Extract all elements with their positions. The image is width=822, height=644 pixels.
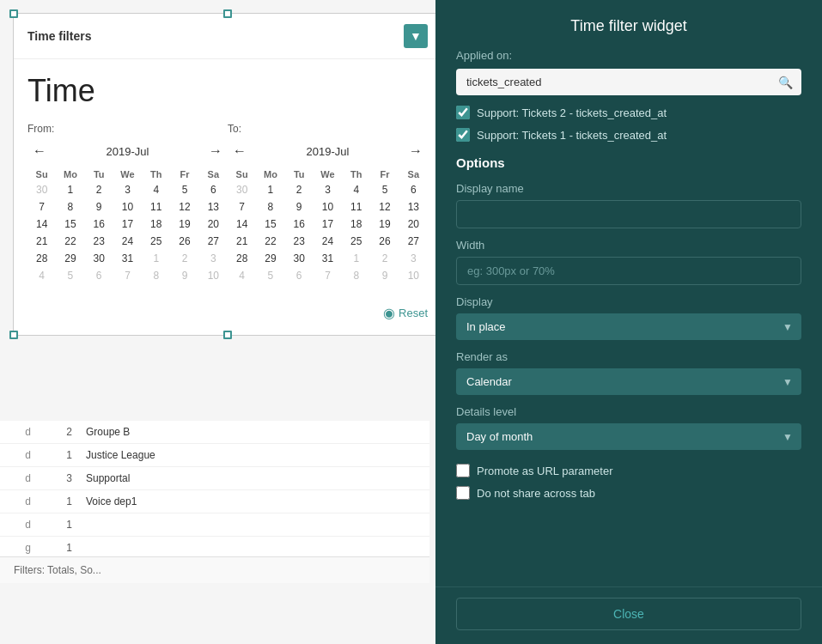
cal-day[interactable]: 24 — [314, 233, 342, 250]
cal-day[interactable]: 8 — [256, 198, 284, 216]
cal-day[interactable]: 9 — [370, 267, 399, 284]
cal-day[interactable]: 7 — [314, 267, 342, 284]
cal-day[interactable]: 5 — [370, 181, 399, 198]
cal-day[interactable]: 30 — [285, 250, 314, 267]
cal-right-prev[interactable]: ← — [228, 142, 252, 161]
cal-day[interactable]: 27 — [399, 233, 428, 250]
cal-day[interactable]: 22 — [256, 233, 284, 250]
cal-day[interactable]: 31 — [113, 250, 142, 267]
cal-day[interactable]: 9 — [285, 198, 314, 216]
resize-handle-bm[interactable] — [223, 331, 232, 339]
search-input[interactable] — [456, 69, 801, 95]
cal-day[interactable]: 7 — [228, 198, 256, 216]
cal-day[interactable]: 15 — [56, 216, 84, 233]
cal-day[interactable]: 13 — [199, 198, 228, 216]
cal-day[interactable]: 18 — [342, 216, 370, 233]
cal-day[interactable]: 19 — [370, 216, 399, 233]
cal-day[interactable]: 25 — [142, 233, 170, 250]
width-input[interactable] — [456, 257, 801, 285]
cal-day[interactable]: 3 — [113, 181, 142, 198]
cal-day[interactable]: 28 — [27, 250, 56, 267]
render-as-select[interactable]: Calendar List Date range — [456, 368, 801, 395]
display-name-input[interactable] — [456, 200, 801, 228]
cal-day[interactable]: 10 — [113, 198, 142, 216]
cal-day[interactable]: 8 — [342, 267, 370, 284]
display-select[interactable]: In place Popup Modal — [456, 313, 801, 340]
cal-day[interactable]: 30 — [27, 181, 56, 198]
cal-day[interactable]: 4 — [27, 267, 56, 284]
cal-day[interactable]: 20 — [399, 216, 428, 233]
cal-day[interactable]: 12 — [370, 198, 399, 216]
cal-day[interactable]: 10 — [399, 267, 428, 284]
cal-day[interactable]: 6 — [285, 267, 314, 284]
cal-day[interactable]: 4 — [228, 267, 256, 284]
cal-day[interactable]: 25 — [342, 233, 370, 250]
cal-day[interactable]: 30 — [228, 181, 256, 198]
cal-day[interactable]: 8 — [142, 267, 170, 284]
reset-button[interactable]: ◉ Reset — [383, 305, 428, 321]
cal-day[interactable]: 17 — [314, 216, 342, 233]
checkbox-tickets2[interactable] — [456, 106, 470, 119]
cal-day[interactable]: 4 — [142, 181, 170, 198]
cal-left-prev[interactable]: ← — [27, 142, 52, 161]
details-level-select[interactable]: Day of month Month Year — [456, 423, 801, 450]
resize-handle-tm[interactable] — [223, 9, 232, 18]
cal-day[interactable]: 2 — [170, 250, 198, 267]
cal-day[interactable]: 3 — [399, 250, 428, 267]
cal-day[interactable]: 23 — [285, 233, 314, 250]
cal-day[interactable]: 10 — [314, 198, 342, 216]
cal-day[interactable]: 24 — [113, 233, 142, 250]
cal-day[interactable]: 9 — [170, 267, 198, 284]
cal-right-next[interactable]: → — [404, 142, 428, 161]
promote-url-checkbox[interactable] — [456, 464, 470, 477]
cal-day[interactable]: 21 — [27, 233, 56, 250]
cal-day[interactable]: 22 — [56, 233, 84, 250]
cal-day[interactable]: 2 — [85, 181, 113, 198]
cal-day[interactable]: 17 — [113, 216, 142, 233]
cal-day[interactable]: 13 — [399, 198, 428, 216]
cal-day[interactable]: 1 — [256, 181, 284, 198]
cal-day[interactable]: 29 — [56, 250, 84, 267]
cal-day[interactable]: 14 — [27, 216, 56, 233]
cal-day[interactable]: 6 — [199, 181, 228, 198]
cal-day[interactable]: 9 — [85, 198, 113, 216]
cal-day[interactable]: 3 — [199, 250, 228, 267]
cal-day[interactable]: 8 — [56, 198, 84, 216]
cal-day[interactable]: 6 — [85, 267, 113, 284]
resize-handle-bl[interactable] — [9, 331, 18, 339]
cal-day[interactable]: 5 — [256, 267, 284, 284]
cal-day[interactable]: 28 — [228, 250, 256, 267]
cal-day[interactable]: 3 — [314, 181, 342, 198]
close-button[interactable]: Close — [456, 598, 801, 630]
cal-day[interactable]: 5 — [170, 181, 198, 198]
cal-day[interactable]: 21 — [228, 233, 256, 250]
no-share-checkbox[interactable] — [456, 486, 470, 500]
cal-day[interactable]: 26 — [370, 233, 399, 250]
cal-day[interactable]: 29 — [256, 250, 284, 267]
cal-day[interactable]: 16 — [285, 216, 314, 233]
cal-day[interactable]: 6 — [399, 181, 428, 198]
cal-day[interactable]: 15 — [256, 216, 284, 233]
cal-day[interactable]: 2 — [285, 181, 314, 198]
panel-collapse-button[interactable]: ▼ — [404, 24, 428, 48]
cal-day[interactable]: 2 — [370, 250, 399, 267]
cal-day[interactable]: 1 — [142, 250, 170, 267]
cal-day[interactable]: 31 — [314, 250, 342, 267]
cal-day[interactable]: 23 — [85, 233, 113, 250]
cal-day[interactable]: 18 — [142, 216, 170, 233]
cal-day[interactable]: 20 — [199, 216, 228, 233]
cal-left-next[interactable]: → — [204, 142, 228, 161]
cal-day[interactable]: 11 — [142, 198, 170, 216]
checkbox-tickets1[interactable] — [456, 128, 470, 142]
cal-day[interactable]: 4 — [342, 181, 370, 198]
cal-day[interactable]: 1 — [342, 250, 370, 267]
cal-day[interactable]: 7 — [27, 198, 56, 216]
cal-day[interactable]: 7 — [113, 267, 142, 284]
resize-handle-tl[interactable] — [9, 9, 18, 18]
cal-day[interactable]: 19 — [170, 216, 198, 233]
cal-day[interactable]: 1 — [56, 181, 84, 198]
cal-day[interactable]: 12 — [170, 198, 198, 216]
cal-day[interactable]: 27 — [199, 233, 228, 250]
cal-day[interactable]: 26 — [170, 233, 198, 250]
cal-day[interactable]: 30 — [85, 250, 113, 267]
